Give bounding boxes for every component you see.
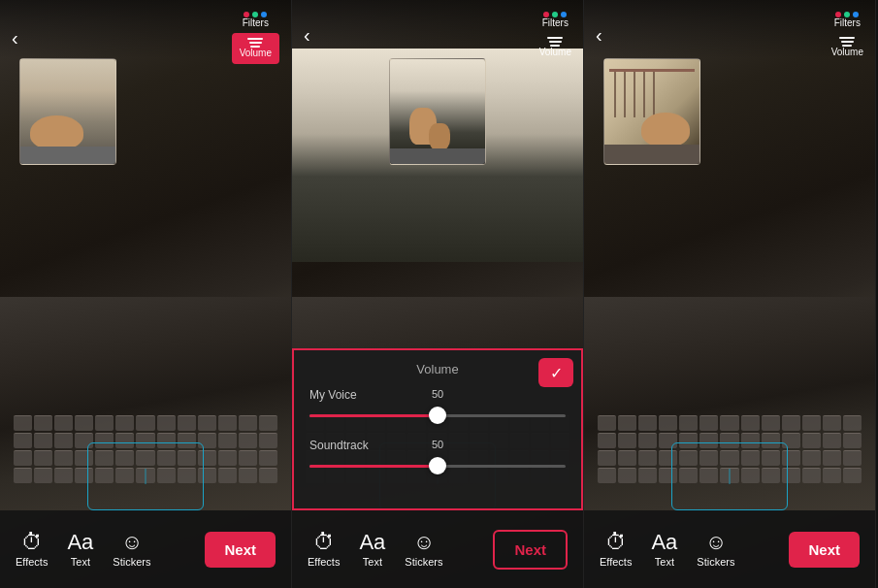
top-right-3: Filters Volume: [831, 12, 863, 58]
vl2-2: [549, 41, 562, 43]
volume-icon-2: [547, 37, 563, 47]
effects-icon-1: ⏱: [21, 532, 43, 553]
volume-panel: Volume ✓ My Voice 50 Soundtrack 50: [292, 348, 583, 510]
toolbar-items-2: ⏱ Effects Aa Text ☺ Stickers: [308, 532, 442, 568]
volume-title: Volume: [416, 362, 458, 376]
text-label-2: Text: [363, 556, 382, 568]
soundtrack-row: Soundtrack 50: [309, 439, 566, 475]
handrail: [609, 69, 695, 72]
effects-icon-3: ⏱: [605, 532, 627, 553]
stickers-item-2[interactable]: ☺ Stickers: [405, 532, 442, 568]
volume-label-3: Volume: [831, 47, 863, 58]
back-button-1[interactable]: ‹: [12, 28, 18, 48]
soundtrack-thumb[interactable]: [429, 457, 446, 474]
panel-3: ‹ Filters Volume: [584, 0, 876, 588]
filters-button-2[interactable]: Filters: [542, 12, 569, 29]
trackpad-3: [671, 442, 788, 510]
stickers-item-3[interactable]: ☺ Stickers: [697, 532, 734, 568]
volume-confirm-button[interactable]: ✓: [538, 358, 573, 387]
back-button-3[interactable]: ‹: [596, 25, 602, 45]
dog-thumbnail-1: [30, 115, 83, 149]
thumbnail-2: [389, 58, 486, 165]
panel-1: ‹ Filters Volume: [0, 0, 292, 588]
bottom-toolbar-1: ⏱ Effects Aa Text ☺ Stickers Next: [0, 510, 291, 588]
keyboard-area-3: [584, 297, 875, 510]
stickers-icon-3: ☺: [705, 532, 727, 553]
my-voice-row: My Voice 50: [309, 388, 566, 425]
stickers-icon-2: ☺: [413, 532, 435, 553]
text-item-2[interactable]: Aa Text: [359, 532, 385, 568]
text-label-3: Text: [655, 556, 674, 568]
volume-icon-1: [247, 38, 263, 48]
next-button-3[interactable]: Next: [789, 532, 860, 568]
top-controls-1: ‹ Filters Volume: [12, 12, 279, 64]
dog-thumbnail-2b: [429, 123, 450, 150]
my-voice-label: My Voice: [309, 388, 357, 402]
toolbar-items-3: ⏱ Effects Aa Text ☺ Stickers: [600, 532, 734, 568]
back-button-2[interactable]: ‹: [304, 25, 310, 45]
top-controls-3: ‹ Filters Volume: [596, 12, 863, 58]
filters-label-2: Filters: [542, 17, 569, 29]
volume-button-1[interactable]: Volume: [232, 33, 279, 64]
bottom-toolbar-2: ⏱ Effects Aa Text ☺ Stickers Next: [292, 510, 583, 588]
vl2: [249, 42, 262, 44]
soundtrack-slider-container: 50: [309, 456, 566, 475]
effects-label-1: Effects: [16, 556, 48, 568]
volume-button-2[interactable]: Volume: [539, 37, 571, 58]
rail-5: [653, 69, 655, 117]
trackpad-line-3: [730, 469, 731, 484]
soundtrack-value: 50: [432, 439, 443, 450]
volume-icon-3: [839, 37, 855, 47]
vl2-1: [547, 37, 563, 39]
volume-header: Volume ✓: [309, 362, 566, 376]
keyboard-area-1: [0, 297, 291, 510]
thumbnail-1: [19, 58, 116, 165]
toolbar-items-1: ⏱ Effects Aa Text ☺ Stickers: [16, 532, 150, 568]
text-icon-1: Aa: [67, 532, 93, 553]
top-right-2: Filters Volume: [539, 12, 571, 58]
filters-button-1[interactable]: Filters: [243, 12, 269, 29]
effects-label-3: Effects: [600, 556, 632, 568]
soundtrack-track[interactable]: [309, 465, 566, 468]
my-voice-track[interactable]: [309, 414, 566, 417]
bottom-toolbar-3: ⏱ Effects Aa Text ☺ Stickers Next: [584, 510, 875, 588]
top-right-1: Filters Volume: [232, 12, 279, 64]
trackpad-line-1: [146, 469, 146, 484]
effects-item-2[interactable]: ⏱ Effects: [308, 532, 340, 568]
thumbnail-3: [603, 58, 700, 165]
filters-label-1: Filters: [243, 17, 269, 29]
volume-label-1: Volume: [240, 48, 272, 59]
my-voice-value: 50: [432, 388, 443, 400]
stickers-label-2: Stickers: [405, 556, 442, 568]
effects-icon-2: ⏱: [313, 532, 335, 553]
filters-label-3: Filters: [834, 17, 861, 29]
effects-item-1[interactable]: ⏱ Effects: [16, 532, 48, 568]
effects-item-3[interactable]: ⏱ Effects: [600, 532, 632, 568]
vl3-1: [839, 37, 855, 39]
soundtrack-label: Soundtrack: [309, 439, 369, 452]
stickers-icon-1: ☺: [121, 532, 143, 553]
floor-2: [390, 148, 485, 164]
floor-3: [604, 145, 699, 164]
text-icon-2: Aa: [359, 532, 385, 553]
stickers-label-1: Stickers: [113, 556, 150, 568]
volume-label-2: Volume: [539, 47, 571, 58]
rail-2: [624, 69, 626, 117]
text-item-1[interactable]: Aa Text: [67, 532, 93, 568]
rail-4: [643, 69, 645, 117]
my-voice-thumb[interactable]: [429, 407, 446, 424]
next-button-2[interactable]: Next: [493, 530, 568, 570]
rail-1: [614, 69, 616, 117]
volume-button-3[interactable]: Volume: [831, 37, 863, 58]
filters-button-3[interactable]: Filters: [834, 12, 861, 29]
text-item-3[interactable]: Aa Text: [651, 532, 677, 568]
vl3-2: [841, 41, 854, 43]
vl1: [247, 38, 263, 40]
trackpad-1: [87, 442, 204, 510]
text-label-1: Text: [71, 556, 90, 568]
top-controls-2: ‹ Filters Volume: [304, 12, 571, 58]
floor-1: [20, 147, 115, 164]
stickers-item-1[interactable]: ☺ Stickers: [113, 532, 150, 568]
soundtrack-fill: [309, 465, 438, 468]
next-button-1[interactable]: Next: [205, 532, 276, 568]
